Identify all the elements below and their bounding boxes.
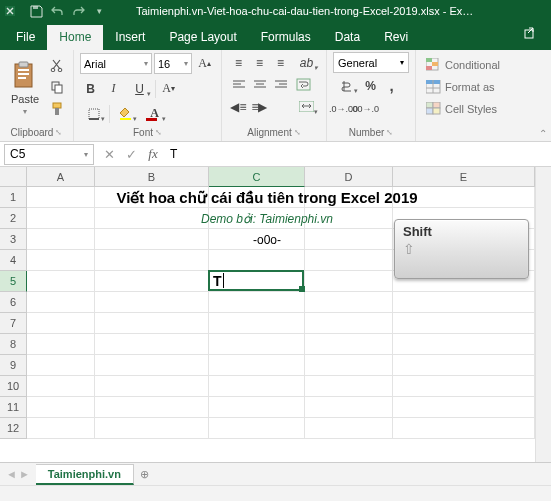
comma-icon[interactable]: , [381,75,402,96]
cell-E12[interactable] [393,418,535,439]
cell-B6[interactable] [95,292,209,313]
save-icon[interactable] [27,2,45,20]
align-middle-icon[interactable]: ≡ [249,52,270,73]
align-center-icon[interactable] [249,74,270,95]
cell-B11[interactable] [95,397,209,418]
cell-E1[interactable] [393,187,535,208]
decrease-font-icon[interactable]: A▾ [158,78,179,99]
cell-A6[interactable] [27,292,95,313]
cell-D3[interactable] [305,229,393,250]
sheet-next-icon[interactable]: ► [19,468,30,480]
cell-A9[interactable] [27,355,95,376]
cell-D9[interactable] [305,355,393,376]
cell-D1[interactable] [305,187,393,208]
cell-B10[interactable] [95,376,209,397]
cell-C1[interactable] [209,187,305,208]
cell-B3[interactable] [95,229,209,250]
cell-B2[interactable] [95,208,209,229]
decrease-indent-icon[interactable]: ◀≡ [228,96,249,117]
cell-D2[interactable] [305,208,393,229]
bold-button[interactable]: B [80,78,101,99]
cell-C9[interactable] [209,355,305,376]
cell-D4[interactable] [305,250,393,271]
enter-icon[interactable]: ✓ [120,143,142,165]
cell-B9[interactable] [95,355,209,376]
cell-C8[interactable] [209,334,305,355]
tab-data[interactable]: Data [323,25,372,50]
row-header-4[interactable]: 4 [0,250,27,271]
sheet-add-icon[interactable]: ⊕ [134,465,155,484]
cell-A10[interactable] [27,376,95,397]
cell-B7[interactable] [95,313,209,334]
tab-page-layout[interactable]: Page Layout [157,25,248,50]
cell-D6[interactable] [305,292,393,313]
cell-B12[interactable] [95,418,209,439]
border-icon[interactable] [80,103,107,124]
increase-font-icon[interactable]: A▴ [194,53,215,74]
row-header-12[interactable]: 12 [0,418,27,439]
align-top-icon[interactable]: ≡ [228,52,249,73]
number-format-select[interactable]: General▾ [333,52,409,73]
redo-icon[interactable] [69,2,87,20]
format-painter-icon[interactable] [46,98,67,119]
orientation-icon[interactable]: ab [293,52,320,73]
cell-styles-button[interactable]: Cell Styles [422,99,504,119]
row-header-8[interactable]: 8 [0,334,27,355]
row-header-3[interactable]: 3 [0,229,27,250]
cell-A3[interactable] [27,229,95,250]
cell-A4[interactable] [27,250,95,271]
align-left-icon[interactable] [228,74,249,95]
cell-D12[interactable] [305,418,393,439]
align-right-icon[interactable] [270,74,291,95]
cell-E8[interactable] [393,334,535,355]
percent-icon[interactable]: % [360,75,381,96]
accounting-format-icon[interactable] [333,75,360,96]
cell-E6[interactable] [393,292,535,313]
cell-A7[interactable] [27,313,95,334]
row-header-9[interactable]: 9 [0,355,27,376]
undo-icon[interactable] [48,2,66,20]
cell-A8[interactable] [27,334,95,355]
cell-A12[interactable] [27,418,95,439]
cell-C7[interactable] [209,313,305,334]
cell-A5[interactable] [27,271,95,292]
cell-E7[interactable] [393,313,535,334]
cell-E11[interactable] [393,397,535,418]
increase-indent-icon[interactable]: ≡▶ [249,96,270,117]
col-header-B[interactable]: B [95,167,209,187]
vertical-scrollbar[interactable] [535,167,551,467]
conditional-formatting-button[interactable]: Conditional [422,55,504,75]
row-header-5[interactable]: 5 [0,271,27,292]
tab-insert[interactable]: Insert [103,25,157,50]
cell-A11[interactable] [27,397,95,418]
tab-review[interactable]: Revi [372,25,420,50]
row-header-6[interactable]: 6 [0,292,27,313]
spreadsheet-grid[interactable]: ABCDE 123456789101112 Viết hoa chữ cái đ… [0,167,551,467]
cell-B5[interactable] [95,271,209,292]
active-cell[interactable]: T [208,270,304,291]
cell-C11[interactable] [209,397,305,418]
underline-button[interactable]: U [126,78,153,99]
fill-color-icon[interactable] [112,103,139,124]
cell-E10[interactable] [393,376,535,397]
decrease-decimal-icon[interactable]: .00→.0 [354,98,375,119]
col-header-E[interactable]: E [393,167,535,187]
name-box[interactable]: C5▾ [4,144,94,165]
cell-C12[interactable] [209,418,305,439]
cell-C10[interactable] [209,376,305,397]
cell-C6[interactable] [209,292,305,313]
tab-home[interactable]: Home [47,25,103,50]
font-size-select[interactable]: 16▾ [154,53,192,74]
copy-icon[interactable] [46,76,67,97]
share-icon[interactable] [515,20,541,50]
cell-D5[interactable] [305,271,393,292]
row-header-1[interactable]: 1 [0,187,27,208]
cancel-icon[interactable]: ✕ [98,143,120,165]
cell-A2[interactable] [27,208,95,229]
cut-icon[interactable] [46,54,67,75]
tab-file[interactable]: File [4,25,47,50]
cell-D8[interactable] [305,334,393,355]
row-header-7[interactable]: 7 [0,313,27,334]
col-header-D[interactable]: D [305,167,393,187]
col-header-C[interactable]: C [209,167,305,187]
